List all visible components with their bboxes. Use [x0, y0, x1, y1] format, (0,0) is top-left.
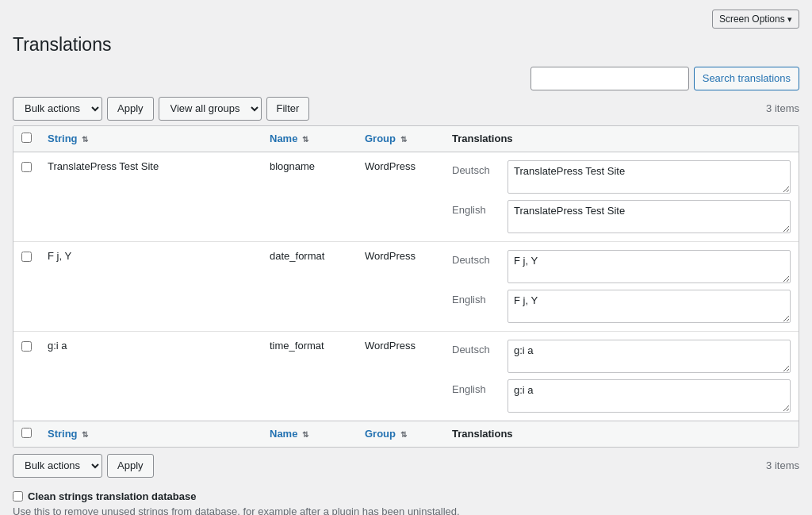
- table-row: g:i atime_formatWordPressDeutschg:i aEng…: [13, 331, 799, 421]
- table-footer-row: String ⇅ Name ⇅ Group ⇅ Translat: [13, 421, 799, 447]
- chevron-down-icon: ▾: [787, 14, 792, 24]
- footer-translations: Translations: [444, 421, 799, 447]
- row-translations-0: DeutschTranslatePress Test SiteEnglishTr…: [444, 152, 799, 241]
- table-row: F j, Ydate_formatWordPressDeutschF j, YE…: [13, 241, 799, 331]
- row-group-2: WordPress: [357, 331, 444, 421]
- row-name-0: blogname: [262, 152, 357, 241]
- header-checkbox-cell: [13, 126, 40, 152]
- group-sort-link[interactable]: Group ⇅: [365, 133, 407, 144]
- items-count-top: 3 items: [766, 102, 799, 114]
- header-translations: Translations: [444, 126, 799, 152]
- header-string: String ⇅: [40, 126, 262, 152]
- select-all-checkbox-bottom[interactable]: [21, 428, 32, 438]
- filter-button[interactable]: Filter: [266, 97, 310, 121]
- row-checkbox-1[interactable]: [21, 252, 32, 262]
- translation-entry-2-0: Deutschg:i a: [452, 340, 791, 373]
- name-sort-link[interactable]: Name ⇅: [270, 133, 308, 144]
- translation-textarea-0-0[interactable]: TranslatePress Test Site: [508, 160, 791, 194]
- search-button[interactable]: Search translations: [694, 67, 799, 90]
- lang-label-2-0: Deutsch: [452, 340, 500, 356]
- lang-label-1-0: Deutsch: [452, 250, 500, 266]
- row-name-1: date_format: [262, 241, 357, 331]
- page-title: Translations: [13, 33, 799, 57]
- footer-checkbox-cell: [13, 421, 40, 447]
- lang-label-0-0: Deutsch: [452, 160, 500, 176]
- screen-options-label: Screen Options: [719, 13, 785, 25]
- view-all-groups-select[interactable]: View all groups: [159, 97, 262, 121]
- translation-textarea-2-1[interactable]: g:i a: [508, 379, 791, 413]
- clean-label: Clean strings translation database: [28, 490, 196, 502]
- apply-button-bottom[interactable]: Apply: [107, 454, 154, 478]
- row-checkbox-cell-2: [13, 331, 40, 421]
- screen-options-button[interactable]: Screen Options ▾: [712, 10, 799, 29]
- translation-textarea-0-1[interactable]: TranslatePress Test Site: [508, 200, 791, 233]
- lang-label-0-1: English: [452, 200, 500, 216]
- row-checkbox-cell-0: [13, 152, 40, 241]
- lang-label-1-1: English: [452, 290, 500, 306]
- bulk-actions-select-top[interactable]: Bulk actions: [13, 97, 102, 121]
- top-toolbar: Bulk actions Apply View all groups Filte…: [13, 97, 799, 121]
- row-group-0: WordPress: [357, 152, 444, 241]
- group-sort-link-footer[interactable]: Group ⇅: [365, 428, 407, 440]
- footer-string: String ⇅: [40, 421, 262, 447]
- translation-textarea-1-1[interactable]: F j, Y: [508, 290, 791, 323]
- row-string-2: g:i a: [40, 331, 262, 421]
- translation-entry-1-1: EnglishF j, Y: [452, 290, 791, 323]
- translation-entry-1-0: DeutschF j, Y: [452, 250, 791, 283]
- table-header-row: String ⇅ Name ⇅ Group ⇅ Translat: [13, 126, 799, 152]
- apply-button-top[interactable]: Apply: [107, 97, 154, 121]
- bulk-actions-select-bottom[interactable]: Bulk actions: [13, 454, 102, 478]
- name-sort-link-footer[interactable]: Name ⇅: [270, 428, 308, 440]
- sort-icon-group-footer: ⇅: [400, 430, 407, 439]
- string-sort-link[interactable]: String ⇅: [48, 133, 88, 144]
- clean-database-checkbox[interactable]: [13, 491, 23, 502]
- footer-group: Group ⇅: [357, 421, 444, 447]
- translation-textarea-2-0[interactable]: g:i a: [508, 340, 791, 373]
- sort-icon-string-footer: ⇅: [82, 430, 88, 439]
- sort-icon-name-footer: ⇅: [302, 430, 308, 439]
- sort-icon-group: ⇅: [400, 135, 407, 144]
- sort-icon-name: ⇅: [302, 135, 308, 144]
- search-input[interactable]: [530, 67, 689, 90]
- translation-entry-2-1: Englishg:i a: [452, 379, 791, 413]
- row-translations-2: Deutschg:i aEnglishg:i a: [444, 331, 799, 421]
- sort-icon-string: ⇅: [82, 135, 88, 144]
- clean-description: Use this to remove unused strings from d…: [13, 505, 799, 515]
- header-group: Group ⇅: [357, 126, 444, 152]
- string-sort-link-footer[interactable]: String ⇅: [48, 428, 88, 440]
- row-translations-1: DeutschF j, YEnglishF j, Y: [444, 241, 799, 331]
- clean-section: Clean strings translation database Use t…: [13, 490, 799, 515]
- row-string-1: F j, Y: [40, 241, 262, 331]
- row-string-0: TranslatePress Test Site: [40, 152, 262, 241]
- header-name: Name ⇅: [262, 126, 357, 152]
- lang-label-2-1: English: [452, 379, 500, 395]
- select-all-checkbox-top[interactable]: [21, 133, 32, 143]
- translation-entry-0-0: DeutschTranslatePress Test Site: [452, 160, 791, 194]
- row-checkbox-0[interactable]: [21, 162, 32, 172]
- row-name-2: time_format: [262, 331, 357, 421]
- translation-textarea-1-0[interactable]: F j, Y: [508, 250, 791, 283]
- row-checkbox-cell-1: [13, 241, 40, 331]
- row-checkbox-2[interactable]: [21, 341, 32, 352]
- translations-table: String ⇅ Name ⇅ Group ⇅ Translat: [13, 125, 799, 448]
- table-row: TranslatePress Test SiteblognameWordPres…: [13, 152, 799, 241]
- translation-entry-0-1: EnglishTranslatePress Test Site: [452, 200, 791, 233]
- items-count-bottom: 3 items: [766, 459, 799, 471]
- bottom-toolbar: Bulk actions Apply 3 items: [13, 454, 799, 478]
- row-group-1: WordPress: [357, 241, 444, 331]
- footer-name: Name ⇅: [262, 421, 357, 447]
